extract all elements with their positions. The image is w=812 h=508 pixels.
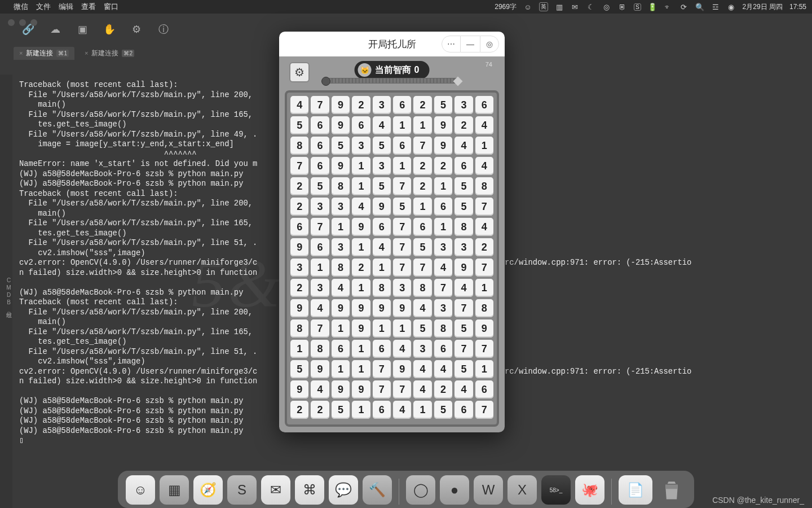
close-tab-icon[interactable]: × xyxy=(85,50,88,56)
grid-cell[interactable]: 9 xyxy=(332,380,350,398)
grid-cell[interactable]: 1 xyxy=(352,279,370,297)
grid-cell[interactable]: 2 xyxy=(434,157,452,175)
control-center-icon[interactable]: ☲ xyxy=(711,2,720,11)
tab-connection-2[interactable]: × 新建连接 ⌘2 xyxy=(79,47,140,60)
grid-cell[interactable]: 9 xyxy=(393,299,411,317)
grid-cell[interactable]: 9 xyxy=(373,299,391,317)
grid-cell[interactable]: 4 xyxy=(454,137,473,155)
grid-cell[interactable]: 9 xyxy=(290,238,308,256)
grid-cell[interactable]: 5 xyxy=(290,360,308,378)
grid-cell[interactable]: 5 xyxy=(454,177,473,195)
sidebar-group-cmdb[interactable]: CMDB分组 xyxy=(5,277,12,309)
miniprogram-minimize-button[interactable]: — xyxy=(461,36,480,52)
grid-cell[interactable]: 2 xyxy=(290,401,308,419)
menubar-time[interactable]: 17:55 xyxy=(789,3,806,11)
grid-cell[interactable]: 1 xyxy=(434,177,452,195)
creative-cloud-icon[interactable]: ◎ xyxy=(602,2,611,11)
grid-cell[interactable]: 4 xyxy=(352,198,370,216)
grid-cell[interactable]: 7 xyxy=(373,360,391,378)
grid-cell[interactable]: 3 xyxy=(352,137,370,155)
dock-finder-icon[interactable]: ☺ xyxy=(126,475,155,505)
grid-cell[interactable]: 7 xyxy=(454,340,473,358)
grid-cell[interactable]: 6 xyxy=(311,137,329,155)
grid-cell[interactable]: 4 xyxy=(475,218,493,236)
grid-cell[interactable]: 1 xyxy=(413,401,431,419)
smiley-icon[interactable]: ☺ xyxy=(523,2,532,11)
grid-cell[interactable]: 5 xyxy=(373,137,391,155)
grid-cell[interactable]: 6 xyxy=(311,157,329,175)
dock-launchpad-icon[interactable]: ▦ xyxy=(160,475,189,505)
grid-cell[interactable]: 8 xyxy=(475,177,493,195)
dock-github-icon[interactable]: 🐙 xyxy=(575,475,604,505)
menubar-item-edit[interactable]: 编辑 xyxy=(59,2,73,12)
dock-sublime-icon[interactable]: S xyxy=(227,475,257,505)
grid-cell[interactable]: 4 xyxy=(413,360,431,378)
grid-cell[interactable]: 1 xyxy=(434,218,452,236)
grid-cell[interactable]: 2 xyxy=(290,177,308,195)
grid-cell[interactable]: 1 xyxy=(413,116,431,134)
grid-cell[interactable]: 9 xyxy=(475,319,493,338)
grid-cell[interactable]: 5 xyxy=(290,116,308,134)
wifi-icon[interactable]: ᯤ xyxy=(664,2,673,11)
siri-icon[interactable]: ◉ xyxy=(727,2,736,11)
grid-cell[interactable]: 1 xyxy=(373,259,391,277)
grid-cell[interactable]: 5 xyxy=(454,319,473,338)
grid-cell[interactable]: 7 xyxy=(475,198,493,216)
grid-cell[interactable]: 4 xyxy=(311,299,329,317)
grid-cell[interactable]: 1 xyxy=(475,360,493,378)
wechat-tray-icon[interactable]: ✉ xyxy=(571,2,580,11)
grid-cell[interactable]: 1 xyxy=(332,360,350,378)
info-icon[interactable]: ⓘ xyxy=(158,24,169,35)
grid-cell[interactable]: 3 xyxy=(454,96,473,114)
shield-icon[interactable]: ⛨ xyxy=(618,2,627,11)
grid-cell[interactable]: 1 xyxy=(352,360,370,378)
grid-cell[interactable]: 7 xyxy=(311,218,329,236)
grid-cell[interactable]: 8 xyxy=(290,319,308,338)
grid-cell[interactable]: 5 xyxy=(373,177,391,195)
grid-cell[interactable]: 9 xyxy=(373,198,391,216)
battery-icon[interactable]: 🔋 xyxy=(648,2,657,11)
grid-cell[interactable]: 2 xyxy=(434,380,452,398)
grid-cell[interactable]: 6 xyxy=(434,340,452,358)
grid-cell[interactable]: 8 xyxy=(413,279,431,297)
grid-cell[interactable]: 4 xyxy=(413,380,431,398)
grid-cell[interactable]: 5 xyxy=(311,177,329,195)
grid-cell[interactable]: 1 xyxy=(393,116,411,134)
grid-cell[interactable]: 1 xyxy=(290,340,308,358)
grid-cell[interactable]: 7 xyxy=(413,259,431,277)
grid-cell[interactable]: 5 xyxy=(454,360,473,378)
grid-cell[interactable]: 5 xyxy=(413,238,431,256)
grid-cell[interactable]: 9 xyxy=(332,157,350,175)
grid-cell[interactable]: 3 xyxy=(373,96,391,114)
grid-cell[interactable]: 3 xyxy=(393,279,411,297)
grid-cell[interactable]: 2 xyxy=(413,157,431,175)
grid-cell[interactable]: 3 xyxy=(434,299,452,317)
grid-cell[interactable]: 2 xyxy=(413,96,431,114)
grid-cell[interactable]: 7 xyxy=(290,157,308,175)
ime-indicator[interactable]: 英 xyxy=(539,2,548,11)
dock-browser-icon[interactable]: ◯ xyxy=(406,475,435,505)
grid-cell[interactable]: 7 xyxy=(311,319,329,338)
sync-icon[interactable]: ⟳ xyxy=(679,2,689,11)
grid-cell[interactable]: 7 xyxy=(475,340,493,358)
dock-vpn-icon[interactable]: ● xyxy=(440,475,469,505)
grid-cell[interactable]: 1 xyxy=(332,218,350,236)
grid-cell[interactable]: 9 xyxy=(332,116,350,134)
dock-devtools-icon[interactable]: ⌘ xyxy=(295,475,324,505)
grid-cell[interactable]: 9 xyxy=(311,360,329,378)
grid-cell[interactable]: 5 xyxy=(434,401,452,419)
spotlight-icon[interactable]: 🔍 xyxy=(695,2,704,11)
grid-cell[interactable]: 6 xyxy=(434,198,452,216)
miniprogram-more-button[interactable]: ⋯ xyxy=(442,36,461,52)
grid-cell[interactable]: 6 xyxy=(413,218,431,236)
grid-cell[interactable]: 7 xyxy=(393,259,411,277)
grid-cell[interactable]: 8 xyxy=(332,177,350,195)
grid-cell[interactable]: 6 xyxy=(454,401,473,419)
grid-cell[interactable]: 6 xyxy=(352,116,370,134)
grid-cell[interactable]: 1 xyxy=(352,157,370,175)
grid-cell[interactable]: 9 xyxy=(290,380,308,398)
grid-cell[interactable]: 7 xyxy=(393,177,411,195)
grid-cell[interactable]: 6 xyxy=(332,340,350,358)
grid-cell[interactable]: 1 xyxy=(311,259,329,277)
grid-cell[interactable]: 6 xyxy=(454,157,473,175)
